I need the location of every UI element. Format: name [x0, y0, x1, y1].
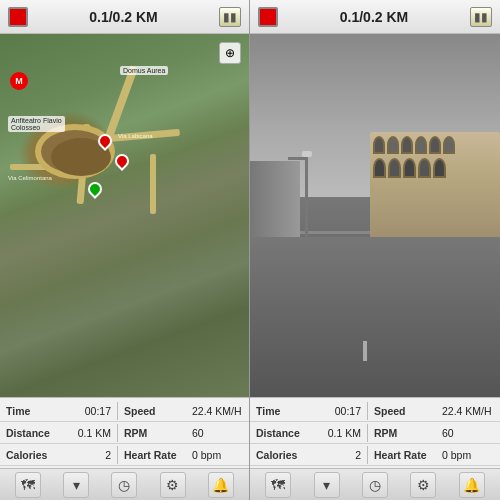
metro-badge: M [10, 72, 28, 90]
label-via1: Via Labicana [115, 132, 156, 140]
left-value-calories: 2 [65, 449, 115, 461]
marker-pin-green-1 [85, 179, 105, 199]
sv-lamppost-head [302, 151, 312, 157]
marker-red-2[interactable] [115, 154, 129, 174]
right-stat-divider-3 [367, 446, 368, 464]
left-label-time: Time [0, 405, 65, 417]
right-toolbar: 🗺 ▾ ◷ ⚙ 🔔 [250, 468, 500, 500]
right-stat-row-time: Time 00:17 Speed 22.4 KM/H [250, 400, 500, 422]
arch-8 [388, 158, 401, 178]
right-value-calories: 2 [315, 449, 365, 461]
left-map-satellite[interactable]: M Domus Aurea Anfiteatro FlavioColosseo … [0, 34, 249, 397]
label-colosseum: Anfiteatro FlavioColosseo [8, 116, 65, 132]
right-value-distance: 0.1 KM [315, 427, 365, 439]
right-label-distance: Distance [250, 427, 315, 439]
right-pause-icon: ▮▮ [474, 10, 488, 24]
left-stats: Time 00:17 Speed 22.4 KM/H Distance 0.1 … [0, 397, 249, 468]
left-tool-map[interactable]: 🗺 [15, 472, 41, 498]
left-value-distance: 0.1 KM [65, 427, 115, 439]
right-label-heart-rate: Heart Rate [370, 449, 440, 461]
right-value-speed: 22.4 KM/H [440, 405, 500, 417]
right-label-calories: Calories [250, 449, 315, 461]
left-stat-row-distance: Distance 0.1 KM RPM 60 [0, 422, 249, 444]
arch-2 [387, 136, 399, 154]
right-pause-button[interactable]: ▮▮ [470, 7, 492, 27]
arch-5 [429, 136, 441, 154]
right-value-rpm: 60 [440, 427, 500, 439]
left-value-speed: 22.4 KM/H [190, 405, 249, 417]
right-value-heart-rate: 0 bpm [440, 449, 500, 461]
right-label-rpm: RPM [370, 427, 440, 439]
sv-arch-row-top [370, 132, 500, 154]
right-label-speed: Speed [370, 405, 440, 417]
stat-divider-1 [117, 402, 118, 420]
right-top-bar: 0.1/0.2 KM ▮▮ [250, 0, 500, 34]
arch-3 [401, 136, 413, 154]
arch-11 [433, 158, 446, 178]
arch-1 [373, 136, 385, 154]
stat-divider-3 [117, 446, 118, 464]
left-label-rpm: RPM [120, 427, 190, 439]
left-tool-timer[interactable]: ◷ [111, 472, 137, 498]
sv-lamppost-arm [288, 157, 308, 160]
right-km-display: 0.1/0.2 KM [278, 9, 470, 25]
right-value-time: 00:17 [315, 405, 365, 417]
right-stop-button[interactable] [258, 7, 278, 27]
left-label-distance: Distance [0, 427, 65, 439]
right-tool-footstep[interactable]: ⚙ [410, 472, 436, 498]
left-top-bar: 0.1/0.2 KM ▮▮ [0, 0, 249, 34]
sv-lamppost [305, 157, 308, 237]
label-via2: Via Celimontana [5, 174, 55, 182]
left-label-calories: Calories [0, 449, 65, 461]
label-domus-aurea: Domus Aurea [120, 66, 168, 75]
marker-pin-red-2 [112, 151, 132, 171]
right-panel: 0.1/0.2 KM ▮▮ [250, 0, 500, 500]
left-toolbar: 🗺 ▾ ◷ ⚙ 🔔 [0, 468, 249, 500]
left-stat-row-calories: Calories 2 Heart Rate 0 bpm [0, 444, 249, 466]
left-value-heart-rate: 0 bpm [190, 449, 249, 461]
arch-6 [443, 136, 455, 154]
left-label-heart-rate: Heart Rate [120, 449, 190, 461]
right-tool-timer[interactable]: ◷ [362, 472, 388, 498]
right-tool-bell[interactable]: 🔔 [459, 472, 485, 498]
left-panel: 0.1/0.2 KM ▮▮ M Domus Aurea Anfiteatro F… [0, 0, 250, 500]
right-map-streetview[interactable] [250, 34, 500, 397]
left-tool-chevron[interactable]: ▾ [63, 472, 89, 498]
marker-green-1[interactable] [88, 182, 102, 202]
left-label-speed: Speed [120, 405, 190, 417]
marker-red-1[interactable] [98, 134, 112, 154]
stat-divider-2 [117, 424, 118, 442]
app-container: 0.1/0.2 KM ▮▮ M Domus Aurea Anfiteatro F… [0, 0, 500, 500]
right-tool-chevron[interactable]: ▾ [314, 472, 340, 498]
right-stat-divider-1 [367, 402, 368, 420]
compass-widget[interactable]: ⊕ [219, 42, 241, 64]
left-stat-row-time: Time 00:17 Speed 22.4 KM/H [0, 400, 249, 422]
right-stat-row-calories: Calories 2 Heart Rate 0 bpm [250, 444, 500, 466]
sv-colosseum [370, 132, 500, 237]
arch-7 [373, 158, 386, 178]
road-overlay-5 [150, 154, 156, 214]
left-km-display: 0.1/0.2 KM [28, 9, 219, 25]
left-value-time: 00:17 [65, 405, 115, 417]
pause-icon: ▮▮ [223, 10, 237, 24]
marker-pin-red-1 [95, 131, 115, 151]
right-tool-map[interactable]: 🗺 [265, 472, 291, 498]
left-tool-bell[interactable]: 🔔 [208, 472, 234, 498]
left-value-rpm: 60 [190, 427, 249, 439]
sv-foreground-road [250, 237, 500, 397]
arch-4 [415, 136, 427, 154]
sv-marking-1 [363, 341, 367, 361]
right-stat-row-distance: Distance 0.1 KM RPM 60 [250, 422, 500, 444]
left-stop-button[interactable] [8, 7, 28, 27]
arch-9 [403, 158, 416, 178]
sv-arch-row-mid [370, 154, 500, 178]
left-pause-button[interactable]: ▮▮ [219, 7, 241, 27]
left-tool-footstep[interactable]: ⚙ [160, 472, 186, 498]
arch-10 [418, 158, 431, 178]
right-stat-divider-2 [367, 424, 368, 442]
right-label-time: Time [250, 405, 315, 417]
right-stats: Time 00:17 Speed 22.4 KM/H Distance 0.1 … [250, 397, 500, 468]
